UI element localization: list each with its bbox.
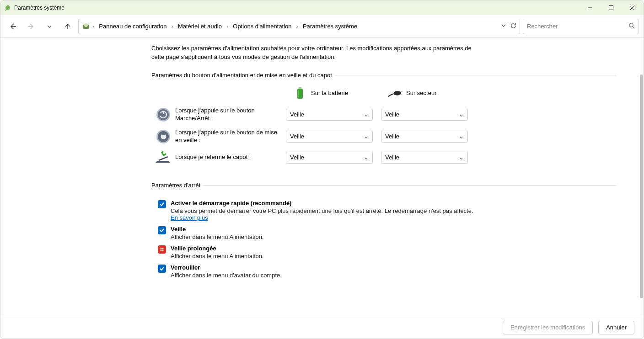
search-placeholder: Rechercher xyxy=(527,23,558,30)
checkbox-desc: Cela vous permet de démarrer votre PC pl… xyxy=(171,207,478,221)
checkbox-hibernate[interactable] xyxy=(158,245,166,254)
battery-icon xyxy=(293,86,307,101)
svg-line-14 xyxy=(400,91,402,92)
minimize-button[interactable] xyxy=(580,0,601,15)
svg-point-24 xyxy=(162,248,163,249)
svg-point-25 xyxy=(161,250,161,251)
setting-label: Lorsque j'appuie sur le bouton de mise e… xyxy=(175,129,286,144)
svg-point-26 xyxy=(162,250,163,251)
sleep-button-battery-select[interactable]: Veille⌄ xyxy=(286,131,373,143)
checkbox-desc: Afficher dans le menu Alimentation. xyxy=(171,233,264,240)
nav-back-button[interactable] xyxy=(5,19,21,34)
power-button-settings-group: Paramètres du bouton d'alimentation et d… xyxy=(151,72,616,171)
checkbox-title: Veille prolongée xyxy=(171,245,264,252)
checkbox-title: Verrouiller xyxy=(171,264,282,271)
toolbar: › Panneau de configuration › Matériel et… xyxy=(0,15,644,38)
plug-icon xyxy=(388,86,402,101)
nav-forward-button[interactable] xyxy=(23,19,39,34)
shutdown-settings-group: Paramètres d'arrêt Activer le démarrage … xyxy=(151,182,616,281)
app-icon xyxy=(4,4,11,11)
nav-up-button[interactable] xyxy=(60,19,75,34)
checkbox-title: Activer le démarrage rapide (recommandé) xyxy=(171,200,478,207)
checkbox-sleep[interactable] xyxy=(158,226,166,234)
chevron-right-icon: › xyxy=(295,23,299,30)
power-button-battery-select[interactable]: Veille⌄ xyxy=(286,109,373,121)
group-legend: Paramètres du bouton d'alimentation et d… xyxy=(151,72,335,79)
setting-row-power-button: Lorsque j'appuie sur le bouton Marche/Ar… xyxy=(151,107,616,122)
svg-point-23 xyxy=(161,248,161,249)
checkbox-fast-startup[interactable] xyxy=(158,200,166,208)
setting-label: Lorsque je referme le capot : xyxy=(175,154,286,161)
address-bar[interactable]: › Panneau de configuration › Matériel et… xyxy=(78,19,520,34)
chevron-down-icon: ⌄ xyxy=(364,111,369,118)
chevron-right-icon: › xyxy=(171,23,174,30)
chevron-right-icon: › xyxy=(225,23,229,30)
search-icon xyxy=(628,22,635,30)
setting-label: Lorsque j'appuie sur le bouton Marche/Ar… xyxy=(175,107,286,122)
lid-ac-select[interactable]: Veille⌄ xyxy=(381,152,468,164)
svg-rect-12 xyxy=(298,90,299,98)
lid-battery-select[interactable]: Veille⌄ xyxy=(286,152,373,164)
chevron-down-icon[interactable] xyxy=(501,23,506,30)
save-button[interactable]: Enregistrer les modifications xyxy=(503,321,593,334)
sleep-button-icon xyxy=(151,129,175,144)
checkbox-desc: Afficher dans le menu Alimentation. xyxy=(171,253,264,260)
breadcrumb-item[interactable]: Paramètres système xyxy=(300,22,360,31)
power-button-icon xyxy=(151,107,175,122)
svg-rect-1 xyxy=(7,5,9,6)
window-title: Paramètres système xyxy=(14,5,64,11)
svg-line-15 xyxy=(400,95,402,95)
svg-rect-3 xyxy=(609,6,613,10)
svg-point-7 xyxy=(84,23,88,27)
refresh-icon[interactable] xyxy=(510,22,517,31)
checkbox-title: Veille xyxy=(171,226,264,233)
titlebar: Paramètres système xyxy=(0,0,644,15)
chevron-down-icon: ⌄ xyxy=(459,111,464,118)
column-battery-label: Sur la batterie xyxy=(311,90,348,96)
column-ac-label: Sur secteur xyxy=(406,90,436,96)
nav-history-button[interactable] xyxy=(42,19,57,34)
chevron-right-icon: › xyxy=(91,23,95,30)
chevron-down-icon: ⌄ xyxy=(459,154,464,161)
chevron-down-icon: ⌄ xyxy=(364,154,369,161)
cancel-button[interactable]: Annuler xyxy=(598,321,634,334)
learn-more-link[interactable]: En savoir plus xyxy=(171,214,208,221)
checkbox-row-fast-startup: Activer le démarrage rapide (recommandé)… xyxy=(158,200,478,221)
control-panel-icon xyxy=(81,22,91,31)
power-button-ac-select[interactable]: Veille⌄ xyxy=(381,109,468,121)
laptop-lid-icon xyxy=(151,151,175,164)
close-button[interactable] xyxy=(622,0,643,15)
scrollbar-thumb[interactable] xyxy=(640,74,643,298)
breadcrumb-item[interactable]: Options d'alimentation xyxy=(230,22,294,31)
group-legend: Paramètres d'arrêt xyxy=(151,182,203,189)
svg-rect-11 xyxy=(299,87,301,89)
checkbox-lock[interactable] xyxy=(158,265,166,273)
maximize-button[interactable] xyxy=(601,0,622,15)
svg-line-9 xyxy=(633,26,634,28)
breadcrumb-item[interactable]: Panneau de configuration xyxy=(96,22,169,31)
search-input[interactable]: Rechercher xyxy=(523,19,639,34)
setting-row-lid-close: Lorsque je referme le capot : Veille⌄ Ve… xyxy=(151,151,616,164)
checkbox-desc: Afficher dans le menu d'avatar du compte… xyxy=(171,272,282,279)
checkbox-row-lock: Verrouiller Afficher dans le menu d'avat… xyxy=(158,264,478,279)
intro-text: Choisissez les paramètres d'alimentation… xyxy=(151,44,481,62)
sleep-button-ac-select[interactable]: Veille⌄ xyxy=(381,131,468,143)
chevron-down-icon: ⌄ xyxy=(364,133,369,140)
footer: Enregistrer les modifications Annuler xyxy=(0,316,644,339)
svg-point-8 xyxy=(629,23,633,27)
setting-row-sleep-button: Lorsque j'appuie sur le bouton de mise e… xyxy=(151,129,616,144)
breadcrumb-item[interactable]: Matériel et audio xyxy=(175,22,225,31)
checkbox-row-hibernate: Veille prolongée Afficher dans le menu A… xyxy=(158,245,478,260)
chevron-down-icon: ⌄ xyxy=(459,133,464,140)
content-area: Choisissez les paramètres d'alimentation… xyxy=(0,38,644,316)
checkbox-row-sleep: Veille Afficher dans le menu Alimentatio… xyxy=(158,226,478,240)
svg-point-13 xyxy=(393,91,401,95)
